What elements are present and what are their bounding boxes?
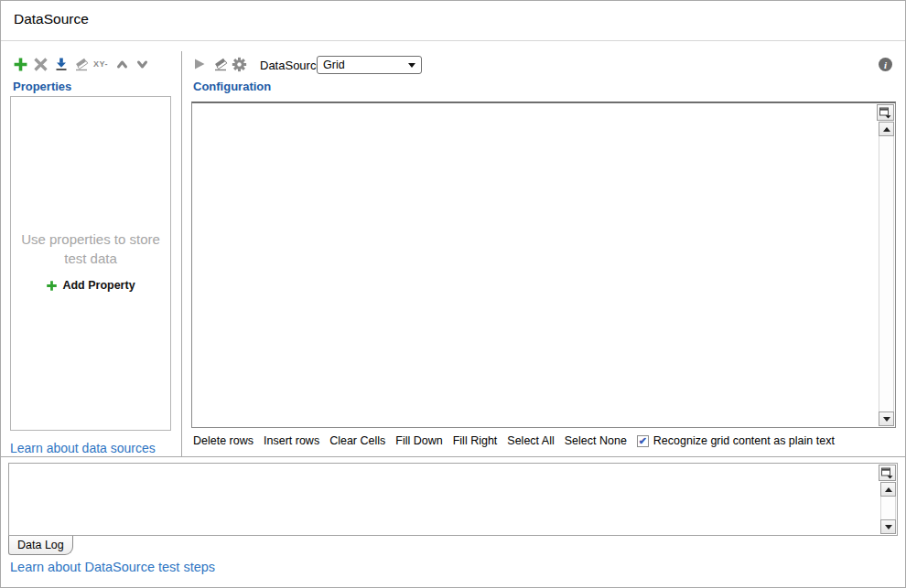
- panel-divider: [181, 51, 182, 456]
- add-property-button[interactable]: Add Property: [46, 279, 135, 292]
- table-menu-icon: [881, 467, 893, 479]
- scroll-track[interactable]: [880, 497, 896, 519]
- grid-vertical-scrollbar[interactable]: [879, 122, 894, 426]
- arrow-down-icon: [885, 525, 892, 529]
- scroll-down-button[interactable]: [880, 519, 896, 534]
- delete-rows-button[interactable]: Delete rows: [193, 434, 253, 447]
- datasource-select-value: Grid: [323, 59, 408, 71]
- scroll-up-button[interactable]: [880, 482, 896, 497]
- fill-down-button[interactable]: Fill Down: [395, 434, 442, 447]
- plain-text-toggle[interactable]: ✔ Recognize grid content as plain text: [637, 434, 835, 447]
- scroll-up-button[interactable]: [879, 122, 894, 136]
- empty-state-message: Use properties to store test data: [11, 230, 170, 268]
- plain-text-checkbox[interactable]: ✔: [637, 435, 649, 447]
- datasource-window: DataSource XY- Properties: [0, 0, 906, 588]
- clear-grid-icon[interactable]: [213, 57, 228, 71]
- properties-empty-state: Use properties to store test data Add Pr…: [11, 230, 170, 295]
- log-vertical-scrollbar[interactable]: [880, 482, 896, 534]
- select-none-button[interactable]: Select None: [565, 434, 627, 447]
- chevron-down-icon: [408, 63, 415, 68]
- info-icon[interactable]: i: [879, 58, 892, 71]
- datasource-select[interactable]: Grid: [317, 56, 422, 74]
- tab-data-log[interactable]: Data Log: [8, 536, 73, 555]
- table-menu-icon: [879, 107, 891, 119]
- rename-xy-icon[interactable]: XY-: [93, 59, 108, 69]
- plain-text-checkbox-label: Recognize grid content as plain text: [653, 434, 835, 447]
- add-icon[interactable]: [13, 57, 28, 72]
- delete-icon[interactable]: [34, 58, 48, 71]
- page-title: DataSource: [14, 11, 89, 27]
- scroll-down-button[interactable]: [879, 412, 894, 426]
- properties-list[interactable]: Use properties to store test data Add Pr…: [10, 96, 171, 431]
- options-gear-icon[interactable]: [232, 57, 247, 72]
- add-property-label: Add Property: [62, 279, 135, 292]
- data-log-panel[interactable]: [8, 463, 898, 536]
- header-divider: [1, 40, 905, 41]
- learn-datasource-steps-link[interactable]: Learn about DataSource test steps: [10, 560, 215, 574]
- arrow-up-icon: [885, 487, 892, 492]
- fill-right-button[interactable]: Fill Right: [453, 434, 498, 447]
- datasource-grid[interactable]: [191, 102, 896, 428]
- clear-cells-button[interactable]: Clear Cells: [329, 434, 385, 447]
- clear-icon[interactable]: [74, 57, 89, 71]
- grid-corner-button[interactable]: [877, 104, 894, 121]
- bottom-divider: [1, 456, 905, 457]
- download-icon[interactable]: [54, 57, 69, 71]
- arrow-up-icon: [883, 127, 890, 132]
- data-log-tab-label: Data Log: [17, 539, 64, 551]
- arrow-down-icon: [883, 417, 890, 422]
- grid-actions-row: Delete rows Insert rows Clear Cells Fill…: [193, 434, 835, 447]
- move-down-icon[interactable]: [136, 59, 148, 69]
- move-up-icon[interactable]: [116, 59, 128, 69]
- select-all-button[interactable]: Select All: [507, 434, 554, 447]
- configuration-section-title: Configuration: [193, 80, 271, 93]
- properties-section-title: Properties: [13, 80, 71, 93]
- learn-data-sources-link[interactable]: Learn about data sources: [10, 441, 156, 455]
- run-icon[interactable]: [192, 57, 207, 71]
- log-corner-button[interactable]: [879, 465, 896, 481]
- insert-rows-button[interactable]: Insert rows: [264, 434, 319, 447]
- plus-icon: [46, 280, 58, 292]
- scroll-track[interactable]: [879, 136, 894, 412]
